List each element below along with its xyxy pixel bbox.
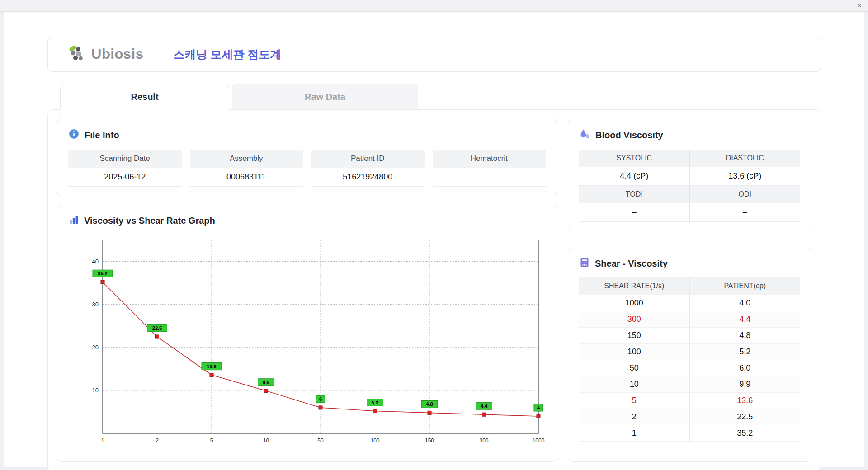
blood-viscosity-title-row: Blood Viscosity: [579, 128, 800, 142]
field-value: 51621924800: [311, 168, 425, 187]
blood-viscosity-label: DIASTOLIC: [690, 150, 801, 167]
shear-viscosity-table-body: 10004.03004.41504.81005.2506.0109.9513.6…: [579, 295, 800, 442]
tab-bar: Result Raw Data: [60, 84, 821, 109]
patient-viscosity-cell: 13.6: [690, 393, 801, 409]
shear-rate-cell: 100: [579, 344, 690, 360]
shear-viscosity-row: 3004.4: [579, 311, 800, 328]
shear-rate-cell: 1000: [579, 295, 690, 311]
field-label: Assembly: [190, 150, 303, 168]
shear-viscosity-row: 506.0: [579, 360, 800, 376]
blood-viscosity-label: ODI: [690, 186, 801, 203]
shear-viscosity-row: 222.5: [579, 409, 800, 425]
file-info-field: Scanning Date2025-06-12: [68, 150, 182, 187]
svg-text:13.6: 13.6: [207, 364, 216, 369]
blood-viscosity-label: SYSTOLIC: [579, 150, 690, 167]
patient-viscosity-cell: 22.5: [690, 409, 801, 425]
graph-title: Viscosity vs Shear Rate Graph: [84, 216, 215, 226]
column-header-shear-rate: SHEAR RATE(1/s): [579, 277, 690, 295]
svg-text:22.5: 22.5: [152, 325, 162, 331]
shear-viscosity-table: SHEAR RATE(1/s) PATIENT(cp) 10004.03004.…: [579, 277, 800, 442]
svg-text:20: 20: [92, 344, 99, 351]
patient-viscosity-cell: 6.0: [690, 360, 801, 376]
blood-viscosity-panel: Blood Viscosity SYSTOLICDIASTOLIC4.4 (cP…: [568, 119, 811, 231]
blood-viscosity-value: 13.6 (cP): [690, 167, 801, 186]
patient-viscosity-cell: 4.0: [690, 295, 801, 311]
svg-text:5: 5: [210, 437, 213, 444]
svg-text:6: 6: [319, 396, 322, 402]
svg-text:35.2: 35.2: [98, 271, 107, 276]
patient-viscosity-cell: 35.2: [690, 425, 801, 442]
svg-text:100: 100: [370, 437, 379, 444]
field-label: Scanning Date: [68, 150, 182, 168]
tab-raw-data[interactable]: Raw Data: [232, 84, 418, 110]
shear-viscosity-row: 10004.0: [579, 295, 800, 311]
bar-chart-icon: [68, 214, 79, 227]
droplet-icon: [579, 128, 590, 142]
shear-rate-cell: 50: [579, 360, 690, 376]
right-column: Blood Viscosity SYSTOLICDIASTOLIC4.4 (cP…: [568, 119, 811, 462]
graph-title-row: Viscosity vs Shear Rate Graph: [68, 214, 546, 227]
file-info-title: File Info: [85, 130, 119, 141]
app-window: Ubiosis 스캐닝 모세관 점도계 Result Raw Data: [4, 12, 864, 467]
shear-viscosity-row: 1005.2: [579, 344, 800, 360]
calculator-icon: [579, 257, 590, 270]
file-info-field: Patient ID51621924800: [311, 150, 425, 187]
ubiosis-logo-icon: [67, 44, 88, 65]
svg-text:2: 2: [156, 437, 159, 444]
svg-text:150: 150: [425, 437, 434, 444]
tab-result[interactable]: Result: [60, 84, 229, 110]
chart-area: 1020304035.2122.5213.659.9106505.21004.8…: [68, 233, 546, 452]
svg-text:4.8: 4.8: [426, 401, 433, 407]
blood-viscosity-value-row: 4.4 (cP)13.6 (cP): [579, 167, 800, 186]
blood-viscosity-value: –: [579, 203, 690, 222]
svg-text:10: 10: [263, 437, 269, 444]
field-label: Patient ID: [311, 150, 425, 168]
blood-viscosity-label-row: TODIODI: [579, 186, 800, 203]
blood-viscosity-label-row: SYSTOLICDIASTOLIC: [579, 150, 800, 167]
svg-text:9.9: 9.9: [263, 380, 269, 385]
file-info-field: Assembly000683111: [190, 150, 303, 187]
app-title: 스캐닝 모세관 점도계: [173, 47, 281, 62]
shear-rate-cell: 150: [579, 328, 690, 344]
brand-logo: Ubiosis: [67, 44, 143, 65]
result-content: File Info Scanning Date2025-06-12Assembl…: [47, 109, 821, 470]
svg-text:300: 300: [479, 437, 488, 444]
shear-rate-cell: 1: [579, 425, 690, 442]
file-info-fields: Scanning Date2025-06-12Assembly000683111…: [68, 150, 546, 187]
svg-text:1000: 1000: [533, 437, 545, 444]
shear-rate-cell: 300: [579, 311, 690, 328]
shear-rate-cell: 10: [579, 376, 690, 393]
shear-viscosity-row: 135.2: [579, 425, 800, 442]
svg-text:5.2: 5.2: [372, 400, 378, 405]
graph-panel: Viscosity vs Shear Rate Graph 1020304035…: [57, 205, 557, 462]
field-value: 2025-06-12: [68, 168, 182, 187]
svg-text:30: 30: [92, 301, 99, 308]
shear-viscosity-table-header: SHEAR RATE(1/s) PATIENT(cp): [579, 277, 800, 295]
close-icon[interactable]: ×: [857, 1, 862, 10]
window-titlebar: ×: [0, 0, 868, 12]
blood-viscosity-value-row: ––: [579, 203, 800, 222]
shear-viscosity-row: 109.9: [579, 376, 800, 393]
shear-rate-cell: 2: [579, 409, 690, 425]
field-label: Hematocrit: [433, 150, 546, 168]
shear-viscosity-title-row: Shear - Viscosity: [579, 257, 800, 270]
svg-text:40: 40: [92, 258, 99, 265]
patient-viscosity-cell: 5.2: [690, 344, 801, 360]
file-info-field: Hematocrit: [433, 150, 546, 187]
page: Ubiosis 스캐닝 모세관 점도계 Result Raw Data: [4, 12, 864, 470]
blood-viscosity-value: 4.4 (cP): [579, 167, 690, 186]
svg-text:10: 10: [92, 387, 99, 394]
field-value: [433, 168, 546, 187]
column-header-patient: PATIENT(cp): [690, 277, 801, 295]
file-info-panel: File Info Scanning Date2025-06-12Assembl…: [57, 119, 557, 196]
blood-viscosity-value: –: [690, 203, 801, 222]
shear-viscosity-panel: Shear - Viscosity SHEAR RATE(1/s) PATIEN…: [568, 248, 811, 462]
shear-viscosity-row: 513.6: [579, 393, 800, 409]
file-info-title-row: File Info: [68, 128, 546, 142]
patient-viscosity-cell: 9.9: [690, 376, 801, 393]
blood-viscosity-label: TODI: [579, 186, 690, 203]
info-icon: [68, 128, 80, 142]
field-value: 000683111: [190, 168, 303, 187]
patient-viscosity-cell: 4.4: [690, 311, 801, 328]
brand-name: Ubiosis: [91, 46, 143, 62]
